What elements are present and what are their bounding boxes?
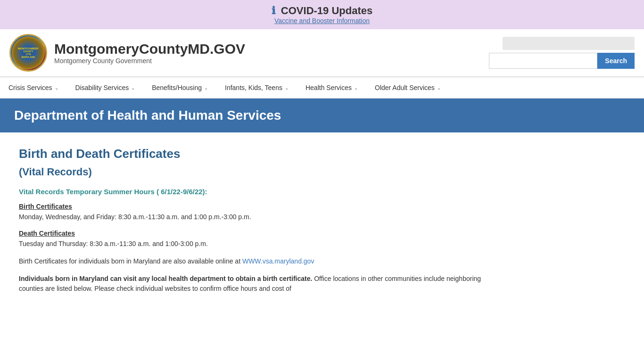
covid-banner: ℹ COVID-19 Updates Vaccine and Booster I… (0, 0, 644, 29)
birth-certificates-title: Birth Certificates (19, 203, 500, 210)
logo-area: MONTGOMERY COUNTY 1776 MARYLAND Montgome… (9, 34, 489, 72)
chevron-down-icon: ⌄ (437, 85, 441, 90)
nav-item-older-adult[interactable]: Older Adult Services ⌄ (366, 77, 449, 98)
nav-link-older-adult[interactable]: Older Adult Services ⌄ (366, 77, 449, 98)
covid-subtitle[interactable]: Vaccine and Booster Information (5, 17, 639, 25)
main-nav: Crisis Services ⌄ Disability Services ⌄ … (0, 77, 644, 99)
site-header: MONTGOMERY COUNTY 1776 MARYLAND Montgome… (0, 29, 644, 77)
search-input[interactable] (489, 53, 597, 69)
nav-item-infants[interactable]: Infants, Kids, Teens ⌄ (216, 77, 297, 98)
chevron-down-icon: ⌄ (55, 85, 58, 90)
main-content: Birth and Death Certificates (Vital Reco… (0, 132, 519, 315)
nav-link-health[interactable]: Health Services ⌄ (297, 77, 366, 98)
site-title: MontgomeryCountyMD.GOV (54, 41, 245, 57)
nav-link-crisis[interactable]: Crisis Services ⌄ (0, 77, 67, 98)
online-text: Birth Certificates for individuals born … (19, 256, 500, 266)
search-area: Search (489, 37, 635, 69)
nav-item-crisis[interactable]: Crisis Services ⌄ (0, 77, 67, 98)
death-certificates-hours: Tuesday and Thursday: 8:30 a.m.-11:30 a.… (19, 239, 500, 249)
chevron-down-icon: ⌄ (354, 85, 358, 90)
chevron-down-icon: ⌄ (204, 85, 208, 90)
nav-item-benefits[interactable]: Benefits/Housing ⌄ (143, 77, 216, 98)
county-seal: MONTGOMERY COUNTY 1776 MARYLAND (9, 34, 47, 72)
page-header-title: Department of Health and Human Services (14, 108, 630, 123)
chevron-down-icon: ⌄ (131, 85, 135, 90)
nav-link-disability[interactable]: Disability Services ⌄ (67, 77, 144, 98)
logo-text: MontgomeryCountyMD.GOV Montgomery County… (54, 41, 245, 65)
nav-item-health[interactable]: Health Services ⌄ (297, 77, 366, 98)
info-icon: ℹ (272, 5, 275, 16)
search-row: Search (489, 53, 635, 69)
nav-link-benefits[interactable]: Benefits/Housing ⌄ (143, 77, 216, 98)
content-title: Birth and Death Certificates (19, 147, 500, 161)
section-highlight: Vital Records Temporary Summer Hours ( 6… (19, 188, 500, 196)
content-subtitle: (Vital Records) (19, 166, 500, 178)
site-subtitle: Montgomery County Government (54, 57, 245, 65)
nav-list: Crisis Services ⌄ Disability Services ⌄ … (0, 77, 644, 98)
nav-link-infants[interactable]: Infants, Kids, Teens ⌄ (216, 77, 297, 98)
chevron-down-icon: ⌄ (285, 85, 289, 90)
birth-certificates-hours: Monday, Wednesday, and Friday: 8:30 a.m.… (19, 212, 500, 222)
search-button[interactable]: Search (597, 53, 635, 69)
search-top-bar (503, 37, 635, 50)
covid-title: ℹ COVID-19 Updates (5, 5, 639, 17)
nav-item-disability[interactable]: Disability Services ⌄ (67, 77, 144, 98)
death-certificates-title: Death Certificates (19, 230, 500, 237)
individuals-text: Individuals born in Maryland can visit a… (19, 274, 500, 294)
individuals-bold: Individuals born in Maryland can visit a… (19, 275, 312, 282)
vsa-link[interactable]: WWW.vsa.maryland.gov (242, 257, 314, 265)
page-header: Department of Health and Human Services (0, 99, 644, 132)
